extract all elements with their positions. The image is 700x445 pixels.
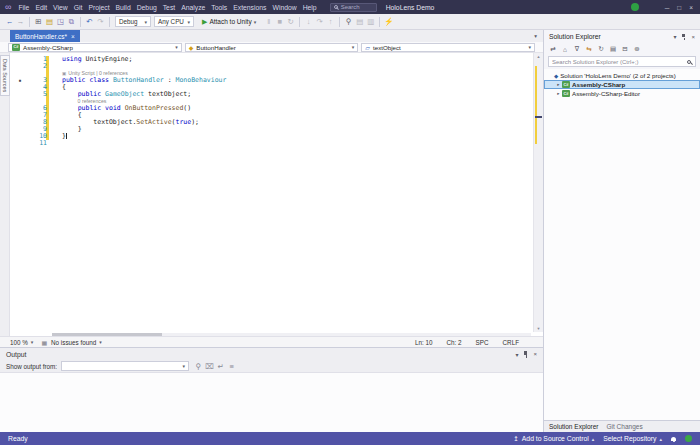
home-icon[interactable]: ⌂ [559,44,571,55]
scroll-down-icon[interactable]: ▼ [534,326,543,331]
clear-all-icon[interactable]: ⌧ [204,360,215,372]
user-avatar[interactable] [631,3,639,11]
select-repository-button[interactable]: Select Repository ▴ [603,435,662,442]
menu-debug[interactable]: Debug [134,4,160,11]
code-editor[interactable]: Data Sources 1using UnityEngine;2▣Unity … [0,53,543,336]
se-toolbar: ⇄⌂∇⇆↻▤⊟⊛ [544,43,700,55]
stop-icon[interactable]: ■ [274,16,285,28]
refresh-icon[interactable]: ↻ [595,44,607,55]
pin-icon[interactable] [523,350,528,358]
menu-file[interactable]: File [15,4,32,11]
solution-explorer-header: Solution Explorer ▾ × [544,30,700,43]
tree-item-solution-node[interactable]: ◆Solution 'HoloLens Demo' (2 of 2 projec… [544,71,700,80]
output-source-dropdown[interactable]: ▾ [61,361,189,371]
menu-view[interactable]: View [50,4,71,11]
menu-edit[interactable]: Edit [32,4,50,11]
open-file-icon[interactable]: ▤ [44,16,55,28]
line-number: 3 [30,77,52,84]
column-indicator: Ch: 2 [447,339,462,346]
sync-active-document-icon[interactable]: ⇆ [583,44,595,55]
menu-help[interactable]: Help [300,4,320,11]
attach-to-unity-button[interactable]: ▶ Attach to Unity ▾ [199,16,259,28]
filter-icon[interactable]: ∇ [571,44,583,55]
menu-project[interactable]: Project [85,4,112,11]
switch-views-icon[interactable]: ⇄ [547,44,559,55]
solution-search-input[interactable] [548,56,696,67]
horizontal-scrollbar[interactable] [52,333,531,336]
close-button[interactable]: × [689,4,693,11]
expand-chevron-icon[interactable]: ▸ [555,82,562,87]
zoom-dropdown[interactable]: 100 % ▾ [8,337,35,347]
maximize-button[interactable]: □ [677,4,681,11]
menu-window[interactable]: Window [269,4,299,11]
close-icon[interactable]: × [71,33,75,40]
save-all-icon[interactable]: ⧉ [66,16,77,28]
tree-item-project-assembly-csharp-editor[interactable]: ▸C#Assembly-CSharp-Editor [544,89,700,98]
bookmark-icon[interactable]: ▥ [365,16,376,28]
close-icon[interactable]: × [533,351,537,357]
back-icon[interactable]: ← [4,16,15,28]
save-icon[interactable]: ◳ [55,16,66,28]
active-files-icon[interactable]: ▾ [534,33,537,39]
tree-item-project-assembly-csharp[interactable]: ▸C#Assembly-CSharp [544,80,700,89]
redo-icon[interactable]: ↷ [95,16,106,28]
step-over-icon[interactable]: ↷ [314,16,325,28]
health-dropdown[interactable]: No issues found ▾ [49,337,104,347]
toolbar-separator [29,17,30,27]
bottom-tab-solution-explorer[interactable]: Solution Explorer [549,423,599,430]
scrollbar-track[interactable] [534,60,543,325]
output-content[interactable] [0,373,543,433]
menu-git[interactable]: Git [71,4,86,11]
expand-chevron-icon[interactable]: ▸ [555,91,562,96]
new-project-icon[interactable]: ⊞ [33,16,44,28]
menu-extensions[interactable]: Extensions [230,4,269,11]
debug-target-dropdown[interactable]: Debug ▾ [115,16,151,27]
find-message-icon[interactable]: ⚲ [193,360,204,372]
tree-item-label: Assembly-CSharp [572,81,625,88]
find-icon[interactable]: ⚲ [343,16,354,28]
tab-buttonhandler[interactable]: ButtonHandler.cs* × [10,30,80,42]
word-wrap-icon[interactable]: ↵ [215,360,226,372]
step-out-icon[interactable]: ↑ [325,16,336,28]
csharp-project-icon: C# [562,90,570,97]
step-into-icon[interactable]: ↓ [303,16,314,28]
pause-icon[interactable]: ‖ [263,16,274,28]
chevron-down-icon: ▾ [254,19,257,25]
properties-icon[interactable]: ⊛ [631,44,643,55]
comment-icon[interactable]: ▤ [354,16,365,28]
restart-icon[interactable]: ↻ [285,16,296,28]
feedback-indicator[interactable] [685,435,692,442]
data-sources-tab[interactable]: Data Sources [0,55,10,96]
collapse-all-icon[interactable]: ⊟ [619,44,631,55]
expand-all-icon[interactable]: ≡ [226,360,237,372]
project-dropdown[interactable]: C# Assembly-CSharp ▾ [8,43,182,52]
menu-tools[interactable]: Tools [208,4,230,11]
chevron-down-icon: ▾ [352,44,355,50]
type-dropdown[interactable]: ◆ ButtonHandler ▾ [185,43,359,52]
change-marks [535,66,537,144]
menu-analyze[interactable]: Analyze [178,4,208,11]
scrollbar-thumb[interactable] [52,333,162,336]
platform-value: Any CPU [158,18,184,25]
close-icon[interactable]: × [691,34,695,40]
menu-test[interactable]: Test [160,4,178,11]
scroll-up-icon[interactable]: ▲ [534,54,543,59]
show-all-files-icon[interactable]: ▤ [607,44,619,55]
notifications-bell-icon[interactable] [671,437,676,441]
member-dropdown[interactable]: ▱ textObject ▾ [361,43,535,52]
platform-dropdown[interactable]: Any CPU ▾ [154,16,194,27]
menu-build[interactable]: Build [113,4,134,11]
undo-icon[interactable]: ↶ [84,16,95,28]
live-share-icon[interactable]: ⚡ [383,16,394,28]
add-to-source-control-button[interactable]: ↥ Add to Source Control ▴ [513,435,594,443]
window-position-icon[interactable]: ▾ [515,351,518,358]
minimize-button[interactable]: ─ [665,4,670,11]
bottom-tab-git-changes[interactable]: Git Changes [607,423,643,430]
play-icon: ▶ [202,18,207,26]
forward-icon[interactable]: → [15,16,26,28]
window-position-icon[interactable]: ▾ [673,33,676,40]
vertical-scrollbar[interactable]: ▲ ▼ [533,53,543,332]
code-health-icon[interactable]: ▦ [41,339,47,346]
pin-icon[interactable] [681,33,686,41]
quick-search-box[interactable]: Search [330,3,377,12]
